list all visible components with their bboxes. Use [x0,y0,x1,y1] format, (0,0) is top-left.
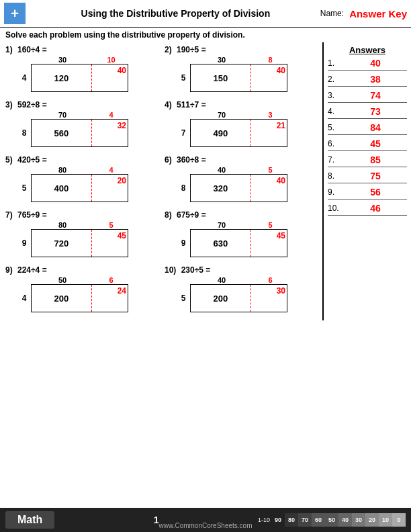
area-model-1: 30 10 4 120 40 [17,56,158,92]
problem-label-7: 7) 765÷9 = [5,210,158,220]
problem-label-1: 1) 160÷4 = [5,45,158,54]
answers-sidebar: Answers 1. 40 2. 38 3. 74 4. 73 5. 84 6.… [322,42,411,320]
area-model-8: 70 5 9 630 45 [177,221,317,257]
problem-label-4: 4) 511÷7 = [165,100,317,109]
header: + Using the Distributive Property of Div… [0,0,411,28]
answer-row-1: 1. 40 [328,58,407,71]
main-content: 1) 160÷4 = 30 10 4 120 40 [0,42,411,320]
answer-row-8: 8. 75 [328,171,407,183]
answer-row-6: 6. 45 [328,138,407,151]
instructions: Solve each problem using the distributiv… [0,28,411,42]
score-box-0: 0 [392,513,406,527]
problem-6: 6) 360÷8 = 40 5 8 320 40 [165,155,317,202]
score-box-10: 10 [379,513,392,527]
score-box-70: 70 [298,513,312,527]
footer: Math www.CommonCoreSheets.com 1 1-10 908… [0,508,411,532]
page-number: 1 [154,515,159,525]
area-model-6: 40 5 8 320 40 [177,166,317,202]
problem-2: 2) 190÷5 = 30 8 5 150 40 [165,45,317,92]
answer-row-5: 5. 84 [328,122,407,135]
name-label: Name: [320,9,344,18]
area-model-10: 40 6 5 200 30 [177,276,317,312]
logo-icon: + [11,7,19,20]
score-box-20: 20 [365,513,379,527]
problem-label-9: 9) 224÷4 = [5,265,158,275]
problems-area: 1) 160÷4 = 30 10 4 120 40 [0,42,322,320]
area-model-4: 70 3 7 490 21 [177,111,317,147]
problem-8: 8) 675÷9 = 70 5 9 630 45 [165,210,317,257]
problem-10: 10) 230÷5 = 40 6 5 200 30 [165,265,317,312]
worksheet-title: Using the Distributive Property of Divis… [31,8,320,19]
answer-key-label: Answer Key [349,8,407,19]
problem-4: 4) 511÷7 = 70 3 7 490 21 [165,100,317,147]
footer-scores: 9080706050403020100 [271,513,406,527]
answers-list: 1. 40 2. 38 3. 74 4. 73 5. 84 6. 45 7. 8… [328,58,407,216]
problem-label-2: 2) 190÷5 = [165,45,317,54]
answer-row-4: 4. 73 [328,106,407,119]
problem-9: 9) 224÷4 = 50 6 4 200 24 [5,265,158,312]
problem-3: 3) 592÷8 = 70 4 8 560 32 [5,100,158,147]
area-model-9: 50 6 4 200 24 [17,276,158,312]
score-box-90: 90 [271,513,285,527]
footer-url: www.CommonCoreSheets.com [159,522,253,529]
answer-row-7: 7. 85 [328,154,407,167]
score-box-60: 60 [312,513,325,527]
problem-5: 5) 420÷5 = 80 4 5 400 20 [5,155,158,202]
problem-7: 7) 765÷9 = 80 5 9 720 45 [5,210,158,257]
problem-label-3: 3) 592÷8 = [5,100,158,109]
problem-label-5: 5) 420÷5 = [5,155,158,165]
logo: + [4,3,26,24]
problem-label-6: 6) 360÷8 = [165,155,317,165]
answer-row-3: 3. 74 [328,90,407,103]
score-box-30: 30 [352,513,365,527]
score-box-40: 40 [338,513,352,527]
answer-row-10: 10. 46 [328,203,407,216]
area-model-7: 80 5 9 720 45 [17,221,158,257]
footer-math-label: Math [5,511,54,529]
problem-1: 1) 160÷4 = 30 10 4 120 40 [5,45,158,92]
area-model-5: 80 4 5 400 20 [17,166,158,202]
problem-label-10: 10) 230÷5 = [165,265,317,275]
problems-grid: 1) 160÷4 = 30 10 4 120 40 [5,45,317,318]
score-box-80: 80 [285,513,298,527]
problem-label-8: 8) 675÷9 = [165,210,317,220]
answers-title: Answers [328,45,407,55]
area-model-2: 30 8 5 150 40 [177,56,317,92]
score-range-label: 1-10 [258,517,270,523]
area-model-3: 70 4 8 560 32 [17,111,158,147]
answer-row-9: 9. 56 [328,187,407,200]
answer-row-2: 2. 38 [328,74,407,87]
score-box-50: 50 [325,513,338,527]
